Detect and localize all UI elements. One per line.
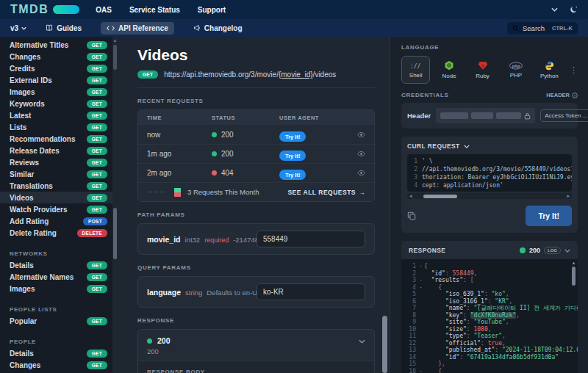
token-input[interactable] bbox=[436, 108, 535, 123]
line-number: 15 bbox=[401, 361, 419, 368]
sidebar-item-watch-providers[interactable]: Watch ProvidersGET bbox=[0, 203, 118, 215]
chevron-down-icon[interactable] bbox=[551, 7, 558, 12]
language-name: PHP bbox=[510, 72, 522, 79]
eye-icon[interactable] bbox=[345, 150, 365, 158]
curl-horizontal-scrollbar[interactable]: ◂ ▸ bbox=[407, 193, 572, 199]
scrollbar-thumb-top[interactable] bbox=[113, 45, 117, 70]
fold-marker[interactable] bbox=[419, 340, 424, 347]
sidebar-item-keywords[interactable]: KeywordsGET bbox=[0, 98, 118, 109]
sidebar-item-changes[interactable]: ChangesGET bbox=[0, 359, 118, 371]
scroll-left-icon[interactable]: ◂ bbox=[409, 193, 412, 199]
sidebar-item-translations[interactable]: TranslationsGET bbox=[0, 180, 118, 192]
see-all-requests-link[interactable]: SEE ALL REQUESTS → bbox=[287, 189, 365, 196]
fold-marker[interactable] bbox=[419, 291, 424, 298]
eye-icon[interactable] bbox=[345, 169, 365, 177]
copy-icon[interactable] bbox=[407, 211, 416, 220]
fold-marker[interactable] bbox=[419, 333, 424, 340]
tmdb-logo[interactable]: TMDB bbox=[10, 3, 79, 16]
fold-marker[interactable] bbox=[419, 319, 424, 326]
sidebar-item-delete-rating[interactable]: Delete RatingDELETE bbox=[0, 227, 118, 239]
scrollbar-thumb[interactable] bbox=[382, 316, 387, 373]
sidebar-item-images[interactable]: ImagesGET bbox=[0, 283, 118, 294]
fold-marker[interactable] bbox=[419, 312, 424, 319]
response-panel-card: RESPONSE 200 LOG 1-{2 "id": 558449,3- "r… bbox=[401, 241, 578, 373]
topnav-link-oas[interactable]: OAS bbox=[96, 6, 112, 14]
sidebar-scrollbar[interactable]: ▲ bbox=[112, 37, 118, 373]
try-it-badge: Try It! bbox=[279, 151, 306, 161]
sidebar-item-details[interactable]: DetailsGET bbox=[0, 259, 118, 271]
movie-id-input[interactable] bbox=[257, 231, 365, 247]
fold-marker[interactable]: - bbox=[419, 284, 424, 291]
search-input[interactable]: Search CTRL-K bbox=[507, 22, 578, 35]
fold-marker[interactable] bbox=[419, 298, 424, 305]
eye-icon[interactable] bbox=[345, 131, 365, 139]
language-shell[interactable]: ://Shell bbox=[401, 56, 430, 84]
log-badge[interactable]: LOG bbox=[544, 247, 561, 254]
language-ruby[interactable]: Ruby bbox=[468, 56, 497, 84]
sidebar-item-popular[interactable]: PopularGET bbox=[0, 315, 118, 327]
scroll-right-icon[interactable]: ▸ bbox=[567, 193, 570, 199]
fold-marker[interactable] bbox=[419, 354, 424, 361]
language-python[interactable]: Python bbox=[535, 56, 564, 84]
line-text: //api.themoviedb.org/3/movie/558449/vide… bbox=[422, 165, 572, 173]
chevron-down-icon[interactable] bbox=[564, 249, 570, 253]
fold-marker[interactable] bbox=[419, 347, 424, 354]
sidebar-item-images[interactable]: ImagesGET bbox=[0, 86, 118, 98]
moon-icon[interactable] bbox=[570, 6, 578, 14]
language-input[interactable] bbox=[257, 283, 365, 300]
nav-changelog[interactable]: Changelog bbox=[187, 22, 248, 35]
chevron-down-icon[interactable] bbox=[359, 339, 365, 344]
fold-marker[interactable]: - bbox=[419, 263, 424, 270]
curl-request-toggle[interactable]: CURL REQUEST bbox=[407, 142, 572, 150]
fold-marker[interactable] bbox=[419, 326, 424, 333]
sidebar-item-add-rating[interactable]: Add RatingPOST bbox=[0, 215, 118, 227]
fold-marker[interactable]: - bbox=[419, 277, 424, 284]
method-badge: GET bbox=[87, 350, 107, 358]
scrollbar-thumb[interactable] bbox=[113, 208, 117, 259]
info-icon[interactable] bbox=[572, 93, 578, 98]
language-php[interactable]: phpPHP bbox=[501, 56, 530, 84]
scroll-up-icon[interactable]: ▲ bbox=[571, 261, 576, 266]
fold-marker[interactable]: - bbox=[419, 368, 424, 373]
more-languages-icon[interactable]: ⋮ bbox=[570, 65, 578, 75]
sidebar-item-alternative-names[interactable]: Alternative NamesGET bbox=[0, 271, 118, 283]
fold-marker[interactable] bbox=[419, 305, 424, 312]
sidebar-item-credits[interactable]: CreditsGET bbox=[0, 62, 118, 74]
nav-guides[interactable]: Guides bbox=[40, 22, 87, 35]
status-dot bbox=[212, 151, 217, 156]
lock-icon bbox=[524, 112, 531, 120]
fold-marker[interactable] bbox=[419, 361, 424, 368]
scrollbar-thumb[interactable] bbox=[423, 195, 457, 198]
response-scrollbar[interactable]: ▲ bbox=[571, 261, 576, 373]
json-line: 15 }, bbox=[401, 361, 578, 368]
sidebar-item-lists[interactable]: ListsGET bbox=[0, 121, 118, 133]
sidebar-item-recommendations[interactable]: RecommendationsGET bbox=[0, 133, 118, 145]
sidebar-item-external-ids[interactable]: External IDsGET bbox=[0, 74, 118, 86]
language-node[interactable]: Node bbox=[434, 56, 463, 84]
curl-code-block[interactable]: 1' \2//api.themoviedb.org/3/movie/558449… bbox=[407, 154, 572, 192]
sidebar-item-reviews[interactable]: ReviewsGET bbox=[0, 156, 118, 168]
main-scrollbar[interactable] bbox=[382, 37, 387, 373]
sidebar-item-release-dates[interactable]: Release DatesGET bbox=[0, 145, 118, 156]
line-number: 2 bbox=[407, 165, 422, 173]
response-json-block[interactable]: 1-{2 "id": 558449,3- "results": [4- {5 "… bbox=[401, 259, 578, 373]
version-select[interactable]: v3 bbox=[10, 24, 26, 32]
line-text: { bbox=[424, 263, 428, 270]
try-it-button[interactable]: Try It! bbox=[526, 206, 572, 226]
scroll-up-icon[interactable]: ▲ bbox=[112, 37, 118, 44]
sidebar-item-similar[interactable]: SimilarGET bbox=[0, 168, 118, 180]
topnav-link-service-status[interactable]: Service Status bbox=[129, 6, 180, 14]
access-token-button[interactable]: Access Token ... bbox=[540, 109, 588, 122]
method-badge: GET bbox=[87, 88, 107, 96]
sidebar-item-changes[interactable]: ChangesGET bbox=[0, 51, 118, 62]
sidebar-item-alternative-titles[interactable]: Alternative TitlesGET bbox=[0, 39, 118, 51]
scrollbar-thumb[interactable] bbox=[572, 267, 576, 286]
fold-marker[interactable] bbox=[419, 270, 424, 278]
sidebar-item-latest[interactable]: LatestGET bbox=[0, 109, 118, 121]
sidebar-item-videos[interactable]: VideosGET bbox=[0, 192, 118, 203]
sidebar-item-details[interactable]: DetailsGET bbox=[0, 347, 118, 359]
response-200-header[interactable]: 200 200 bbox=[138, 330, 374, 361]
topnav-link-support[interactable]: Support bbox=[198, 6, 226, 14]
nav-api-reference[interactable]: API Reference bbox=[101, 22, 174, 35]
line-text: "official": true, bbox=[424, 340, 506, 347]
